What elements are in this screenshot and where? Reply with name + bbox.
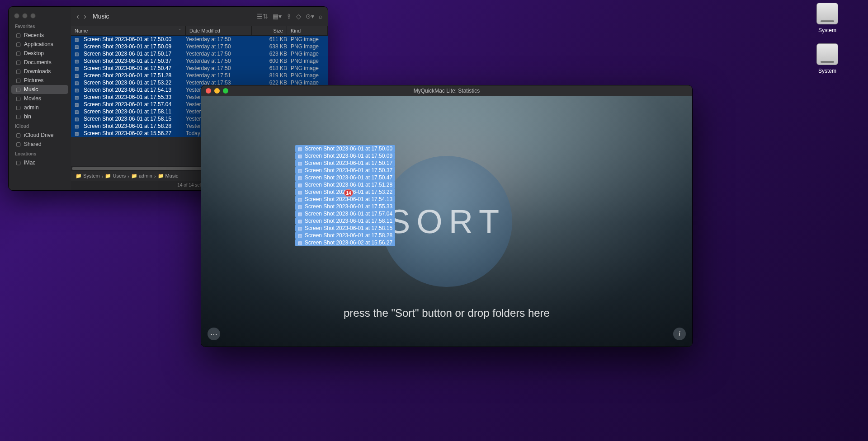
image-file-icon: ▧ [298, 240, 302, 245]
back-button[interactable]: ‹ [76, 12, 79, 21]
drag-preview-item: ▧Screen Shot 2023-06-01 at 17.51.28 [295, 181, 395, 188]
drag-preview-item: ▧Screen Shot 2023-06-01 at 17.54.13 [295, 196, 395, 203]
file-kind: PNG image [287, 58, 324, 64]
file-name: Screen Shot 2023-06-01 at 17.50.09 [84, 43, 186, 50]
sidebar-item-recents[interactable]: ▢Recents [11, 31, 68, 40]
sidebar-item-documents[interactable]: ▢Documents [11, 58, 68, 67]
file-row[interactable]: ▧Screen Shot 2023-06-01 at 17.50.09Yeste… [71, 43, 328, 50]
drag-item-label: Screen Shot 2023-06-01 at 17.50.47 [305, 174, 392, 181]
file-row[interactable]: ▧Screen Shot 2023-06-01 at 17.50.17Yeste… [71, 50, 328, 57]
window-title: Music [93, 13, 109, 20]
app-drop-zone[interactable]: SORT press the "Sort" button or drop fol… [201, 96, 692, 347]
sidebar-item-desktop[interactable]: ▢Desktop [11, 49, 68, 58]
file-date: Yesterday at 17:50 [186, 43, 252, 50]
column-size[interactable]: Size [252, 26, 287, 35]
sidebar-item-label: admin [24, 104, 39, 111]
drag-item-label: Screen Shot 2023-06-01 at 17.58.11 [305, 218, 392, 224]
file-size: 638 KB [252, 43, 287, 50]
view-list-icon[interactable]: ☰⇅ [257, 13, 268, 20]
column-kind[interactable]: Kind [287, 26, 328, 35]
sidebar-item-movies[interactable]: ▢Movies [11, 94, 68, 103]
image-file-icon: ▧ [75, 80, 81, 85]
more-button[interactable]: ⋯ [208, 328, 220, 340]
sidebar-item-imac[interactable]: ▢iMac [11, 158, 68, 167]
forward-button[interactable]: › [84, 12, 86, 21]
drive-label: System [814, 27, 841, 33]
sidebar-item-admin[interactable]: ▢admin [11, 103, 68, 112]
drag-item-label: Screen Shot 2023-06-01 at 17.51.28 [305, 182, 392, 188]
drag-preview-item: ▧Screen Shot 2023-06-01 at 17.50.37 [295, 167, 395, 174]
sidebar-section-favorites: Favorites [11, 21, 68, 31]
sidebar-item-music[interactable]: ▢Music [11, 85, 68, 94]
folder-icon: ▢ [15, 68, 21, 75]
folder-icon: 📁 [75, 173, 82, 178]
folder-icon: 📁 [105, 173, 111, 178]
actions-icon[interactable]: ⊙▾ [306, 13, 314, 20]
breadcrumb-item[interactable]: 📁 admin [131, 173, 152, 179]
minimize-icon[interactable] [214, 88, 220, 94]
sidebar-item-label: iMac [24, 160, 35, 166]
sidebar-item-icloud-drive[interactable]: ▢iCloud Drive [11, 131, 68, 140]
sidebar-item-label: Documents [24, 59, 52, 66]
sidebar-item-downloads[interactable]: ▢Downloads [11, 67, 68, 76]
column-name[interactable]: Name⌃ [71, 26, 186, 35]
file-name: Screen Shot 2023-06-01 at 17.50.17 [84, 51, 186, 57]
minimize-icon[interactable] [22, 13, 28, 19]
view-grid-icon[interactable]: ▦▾ [273, 13, 282, 20]
finder-toolbar: ‹ › Music ☰⇅ ▦▾ ⇪ ◇ ⊙▾ ⌕ [71, 7, 328, 26]
finder-sidebar: Favorites ▢Recents▢Applications▢Desktop▢… [9, 7, 71, 190]
column-date[interactable]: Date Modified [186, 26, 252, 35]
drag-item-label: Screen Shot 2023-06-01 at 17.50.00 [305, 145, 392, 152]
folder-icon: ▢ [15, 86, 21, 93]
sidebar-item-label: Movies [24, 95, 41, 102]
image-file-icon: ▧ [298, 183, 302, 188]
column-headers: Name⌃ Date Modified Size Kind [71, 26, 328, 36]
app-window: MyQuickMac Lite: Statistics SORT press t… [201, 85, 693, 347]
breadcrumb-item[interactable]: 📁 Users [105, 173, 126, 179]
file-name: Screen Shot 2023-06-01 at 17.57.04 [84, 101, 186, 108]
file-row[interactable]: ▧Screen Shot 2023-06-01 at 17.50.37Yeste… [71, 57, 328, 65]
image-file-icon: ▧ [298, 154, 302, 159]
sidebar-item-label: Downloads [24, 68, 51, 75]
drag-preview-item: ▧Screen Shot 2023-06-01 at 17.55.33 [295, 203, 395, 210]
breadcrumb-item[interactable]: 📁 Music [158, 173, 179, 179]
sidebar-item-label: Desktop [24, 50, 44, 56]
file-date: Yesterday at 17:50 [186, 36, 252, 42]
folder-icon: ▢ [15, 113, 21, 120]
desktop-drive[interactable]: System [814, 43, 841, 74]
close-icon[interactable] [206, 88, 211, 94]
drag-preview-item: ▧Screen Shot 2023-06-02 at 15.56.27 [295, 239, 395, 246]
file-row[interactable]: ▧Screen Shot 2023-06-01 at 17.50.47Yeste… [71, 65, 328, 72]
breadcrumb-item[interactable]: 📁 System [75, 173, 100, 179]
tags-icon[interactable]: ◇ [296, 13, 301, 20]
sort-caret-icon: ⌃ [178, 28, 182, 33]
sidebar-item-pictures[interactable]: ▢Pictures [11, 76, 68, 85]
image-file-icon: ▧ [298, 233, 302, 238]
drag-count-badge: 14 [344, 189, 353, 197]
share-icon[interactable]: ⇪ [286, 13, 292, 20]
file-kind: PNG image [287, 72, 324, 79]
file-name: Screen Shot 2023-06-02 at 15.56.27 [84, 130, 186, 136]
file-row[interactable]: ▧Screen Shot 2023-06-01 at 17.50.00Yeste… [71, 36, 328, 43]
drag-item-label: Screen Shot 2023-06-02 at 15.56.27 [305, 239, 392, 246]
file-name: Screen Shot 2023-06-01 at 17.53.22 [84, 80, 186, 86]
image-file-icon: ▧ [298, 197, 302, 202]
sort-button[interactable]: SORT [381, 156, 512, 287]
info-button[interactable]: i [673, 328, 686, 340]
search-icon[interactable]: ⌕ [319, 13, 322, 20]
zoom-icon[interactable] [223, 88, 228, 94]
file-name: Screen Shot 2023-06-01 at 17.55.33 [84, 94, 186, 100]
sidebar-item-label: Applications [24, 41, 53, 47]
folder-icon: ▢ [15, 95, 21, 102]
file-row[interactable]: ▧Screen Shot 2023-06-01 at 17.51.28Yeste… [71, 72, 328, 79]
zoom-icon[interactable] [30, 13, 36, 19]
file-kind: PNG image [287, 36, 324, 42]
close-icon[interactable] [14, 13, 19, 19]
sidebar-item-shared[interactable]: ▢Shared [11, 140, 68, 149]
image-file-icon: ▧ [75, 44, 81, 49]
sidebar-item-bin[interactable]: ▢bin [11, 112, 68, 121]
file-size: 600 KB [252, 58, 287, 64]
desktop-drive[interactable]: System [814, 3, 841, 33]
sidebar-item-applications[interactable]: ▢Applications [11, 40, 68, 49]
file-size: 618 KB [252, 65, 287, 71]
